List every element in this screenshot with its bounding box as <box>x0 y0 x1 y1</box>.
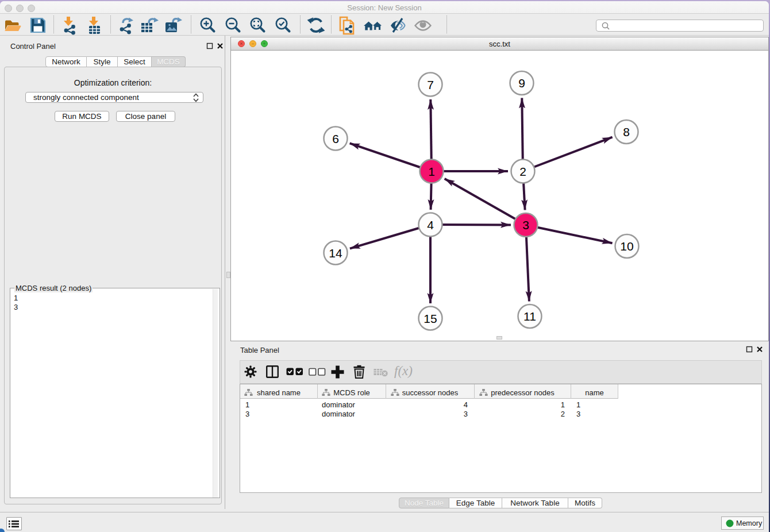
svg-text:2: 2 <box>519 165 526 178</box>
svg-text:11: 11 <box>523 310 536 323</box>
svg-text:8: 8 <box>623 125 630 138</box>
svg-text:1: 1 <box>428 165 435 178</box>
svg-text:3: 3 <box>522 218 529 232</box>
svg-text:4: 4 <box>427 218 434 232</box>
svg-text:9: 9 <box>518 76 525 90</box>
svg-text:14: 14 <box>329 246 342 260</box>
svg-text:7: 7 <box>427 78 434 91</box>
svg-text:10: 10 <box>620 240 633 253</box>
svg-text:6: 6 <box>332 132 339 145</box>
svg-text:15: 15 <box>424 312 437 325</box>
